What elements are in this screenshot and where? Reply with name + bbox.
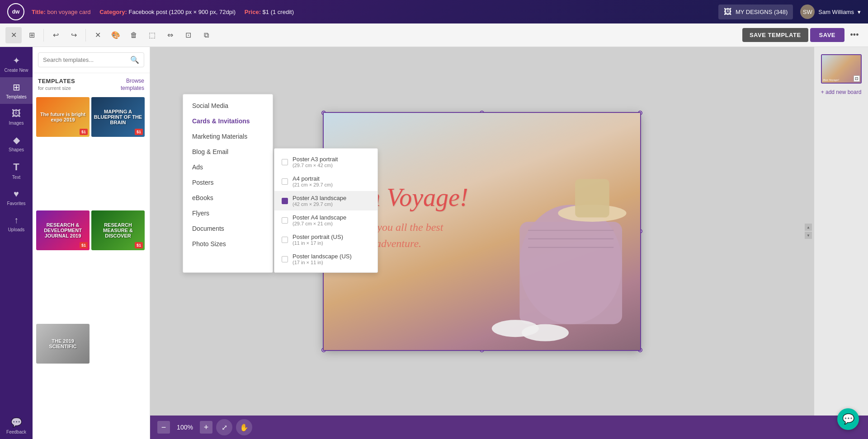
sidebar-item-shapes[interactable]: ◆ Shapes — [0, 130, 33, 157]
delete-button[interactable]: ✕ — [90, 27, 106, 43]
submenu-item-poster-a3-portrait[interactable]: Poster A3 portrait (29.7 cm × 42 cm) — [274, 152, 377, 172]
price-value: $1 (1 credit) — [263, 9, 294, 15]
scroll-down-button[interactable]: ▼ — [805, 232, 812, 239]
top-bar-title: Title: bon voyage card Category: Faceboo… — [32, 9, 711, 15]
category-value: Facebook post (1200 px × 900 px, 72dpi) — [129, 9, 236, 15]
menu-item-posters[interactable]: Posters — [183, 175, 273, 190]
submenu-item-poster-landscape-us[interactable]: Poster landscape (US) (17 in × 11 in) — [274, 249, 377, 269]
template-thumb-1[interactable]: The future is bright expo 2019 $1 — [36, 97, 90, 137]
save-button[interactable]: SAVE — [810, 28, 844, 42]
svg-rect-6 — [575, 179, 609, 218]
checkbox-poster-a3-portrait[interactable] — [282, 159, 288, 165]
bottom-bar: − 100% + ⤢ ✋ — [150, 416, 868, 439]
templates-header: 🔍 — [33, 47, 150, 73]
flip-button[interactable]: ⇔ — [162, 27, 178, 43]
submenu-item-poster-portrait-us[interactable]: Poster portrait (US) (11 in × 17 in) — [274, 230, 377, 249]
chat-button[interactable]: 💬 — [837, 408, 859, 430]
price-badge-2: $1 — [135, 129, 143, 135]
right-panel: Bon Voyage! ⊡ + add new board — [814, 47, 868, 416]
crop-button[interactable]: ⬚ — [144, 27, 160, 43]
sidebar-item-text[interactable]: T Text — [0, 157, 33, 184]
zoom-out-button[interactable]: − — [157, 421, 170, 434]
avatar: SW — [800, 5, 815, 19]
templates-panel: 🔍 TEMPLATES for current size Browse temp… — [33, 47, 150, 439]
sidebar-item-uploads[interactable]: ↑ Uploads — [0, 210, 33, 237]
menu-item-blog-email[interactable]: Blog & Email — [183, 144, 273, 159]
color-button[interactable]: 🎨 — [108, 27, 124, 43]
templates-sublabel: for current size — [38, 85, 75, 91]
add-board-button[interactable]: + add new board — [819, 87, 863, 97]
images-icon: 🖼 — [12, 108, 21, 119]
template-thumb-4[interactable]: RESEARCH MEASURE & DISCOVER $1 — [91, 210, 145, 250]
uploads-icon: ↑ — [14, 215, 19, 225]
sidebar-item-templates[interactable]: ⊞ Templates — [0, 77, 33, 104]
app-logo[interactable]: dw — [7, 3, 24, 20]
toolbar-divider-2 — [85, 29, 86, 42]
redo-button[interactable]: ↪ — [66, 27, 82, 43]
sidebar-item-images[interactable]: 🖼 Images — [0, 104, 33, 130]
checkbox-poster-landscape-us[interactable] — [282, 256, 288, 262]
top-bar: dw Title: bon voyage card Category: Face… — [0, 0, 868, 23]
templates-label-block: TEMPLATES for current size — [38, 78, 75, 91]
menu-item-documents[interactable]: Documents — [183, 221, 273, 236]
pan-tool-button[interactable]: ✋ — [236, 419, 252, 435]
trash-button[interactable]: 🗑 — [126, 27, 142, 43]
svg-point-8 — [522, 324, 569, 341]
grid-tool-button[interactable]: ⊞ — [24, 27, 40, 43]
sidebar-item-create-new[interactable]: ✦ Create New — [0, 51, 33, 77]
category-label: Category: — [99, 9, 127, 15]
context-menu-overlay: Social Media Cards & Invitations Marketi… — [183, 94, 378, 273]
arrange-button[interactable]: ⊡ — [180, 27, 196, 43]
context-menu: Social Media Cards & Invitations Marketi… — [183, 94, 273, 273]
board-thumb-expand[interactable]: ⊡ — [854, 75, 860, 82]
menu-item-photo-sizes[interactable]: Photo Sizes — [183, 236, 273, 252]
toolbar: ✕ ⊞ ↩ ↪ ✕ 🎨 🗑 ⬚ ⇔ ⊡ ⧉ SAVE TEMPLATE SAVE… — [0, 23, 868, 47]
title-value: bon voyage card — [47, 9, 90, 15]
save-template-button[interactable]: SAVE TEMPLATE — [742, 28, 808, 42]
board-thumb-label: Bon Voyage! — [823, 78, 840, 82]
menu-item-flyers[interactable]: Flyers — [183, 205, 273, 221]
board-thumbnail[interactable]: Bon Voyage! ⊡ — [821, 54, 862, 84]
scroll-up-button[interactable]: ▲ — [805, 224, 812, 231]
undo-button[interactable]: ↩ — [47, 27, 64, 43]
menu-item-ebooks[interactable]: eBooks — [183, 190, 273, 205]
browse-link[interactable]: Browse templates — [121, 78, 144, 92]
price-badge-4: $1 — [135, 242, 143, 248]
menu-item-social-media[interactable]: Social Media — [183, 98, 273, 113]
submenu-item-a4-portrait[interactable]: A4 portrait (21 cm × 29.7 cm) — [274, 172, 377, 191]
template-thumb-5[interactable]: THE 2019 SCIENTIFIC — [36, 324, 90, 364]
checkbox-poster-portrait-us[interactable] — [282, 237, 288, 243]
more-options-button[interactable]: ••• — [846, 27, 863, 43]
my-designs-button[interactable]: 🖼 MY DESIGNS (348) — [718, 5, 793, 19]
shapes-icon: ◆ — [13, 135, 20, 145]
checkbox-poster-a4-landscape[interactable] — [282, 217, 288, 224]
menu-item-ads[interactable]: Ads — [183, 159, 273, 175]
sidebar-item-feedback[interactable]: 💬 Feedback — [0, 412, 33, 439]
user-info: SW Sam Williams ▾ — [800, 5, 861, 19]
hand-icon: ✋ — [240, 423, 249, 432]
copy-button[interactable]: ⧉ — [198, 27, 214, 43]
price-label: Price: — [245, 9, 261, 15]
search-box: 🔍 — [38, 52, 144, 67]
templates-label: TEMPLATES — [38, 78, 75, 85]
left-sidebar: ✦ Create New ⊞ Templates 🖼 Images ◆ Shap… — [0, 47, 33, 439]
templates-icon: ⊞ — [13, 82, 20, 93]
create-new-icon: ✦ — [13, 55, 20, 66]
top-bar-right: 🖼 MY DESIGNS (348) SW Sam Williams ▾ — [718, 5, 861, 19]
submenu-item-poster-a3-landscape[interactable]: Poster A3 landscape (42 cm × 29.7 cm) — [274, 191, 377, 210]
sidebar-item-favorites[interactable]: ♥ Favorites — [0, 184, 33, 210]
main-layout: ✦ Create New ⊞ Templates 🖼 Images ◆ Shap… — [0, 47, 868, 439]
fit-to-screen-button[interactable]: ⤢ — [216, 419, 232, 435]
checkbox-poster-a3-landscape[interactable] — [282, 198, 288, 204]
zoom-in-button[interactable]: + — [200, 421, 212, 434]
menu-item-marketing-materials[interactable]: Marketing Materials — [183, 129, 273, 144]
checkbox-a4-portrait[interactable] — [282, 178, 288, 185]
search-icon[interactable]: 🔍 — [130, 56, 139, 64]
template-thumb-2[interactable]: MAPPING A BLUEPRINT OF THE BRAIN $1 — [91, 97, 145, 137]
toolbar-divider-1 — [43, 29, 44, 42]
search-input[interactable] — [43, 56, 127, 63]
select-tool-button[interactable]: ✕ — [5, 27, 22, 43]
template-thumb-3[interactable]: RESEARCH & DEVELOPMENT JOURNAL 2019 $1 — [36, 210, 90, 250]
submenu-item-poster-a4-landscape[interactable]: Poster A4 landscape (29.7 cm × 21 cm) — [274, 210, 377, 230]
menu-item-cards-invitations[interactable]: Cards & Invitations — [183, 113, 273, 129]
